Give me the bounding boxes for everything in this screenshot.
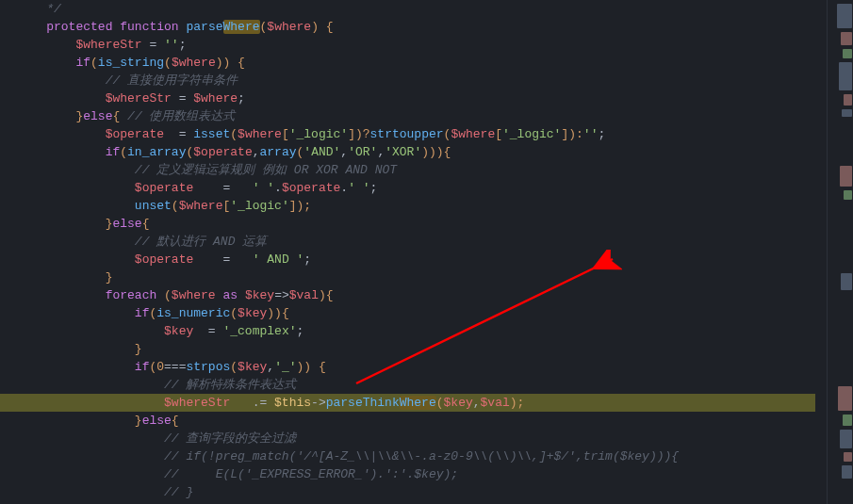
minimap-chunk xyxy=(840,166,852,187)
code-line[interactable]: }else{ xyxy=(17,412,815,430)
minimap-chunk xyxy=(839,62,852,90)
minimap-chunk xyxy=(837,4,852,28)
code-line[interactable]: foreach ($where as $key=>$val){ xyxy=(17,286,815,304)
code-line[interactable]: $whereStr .= $this->parseThinkWhere($key… xyxy=(0,394,815,412)
code-line[interactable]: if(is_string($where)) { xyxy=(17,54,815,72)
minimap-chunk xyxy=(842,465,852,479)
minimap-chunk xyxy=(838,386,852,411)
code-line[interactable]: $operate = ' AND '; xyxy=(17,251,815,268)
code-line[interactable]: if(0===strpos($key,'_')) { xyxy=(17,358,815,376)
minimap-chunk xyxy=(844,452,852,462)
code-line[interactable]: // E(L('_EXPRESS_ERROR_').':'.$key); xyxy=(17,465,815,483)
minimap-chunk xyxy=(841,273,852,290)
code-line[interactable]: // } xyxy=(17,483,815,501)
code-line[interactable]: } xyxy=(17,268,815,286)
code-line[interactable]: */ xyxy=(17,0,815,18)
code-editor[interactable]: */ protected function parseWhere($where)… xyxy=(0,0,815,504)
code-line[interactable]: // if(!preg_match('/^[A-Z_\\|\\&\\-.a-z0… xyxy=(17,447,815,465)
minimap-chunk xyxy=(841,32,852,45)
code-line[interactable]: $whereStr = $where; xyxy=(17,89,815,107)
code-line[interactable]: if(in_array($operate,array('AND','OR','X… xyxy=(17,143,815,161)
code-line[interactable]: // 直接使用字符串条件 xyxy=(17,72,815,89)
minimap[interactable] xyxy=(827,0,853,504)
code-line[interactable]: $whereStr = ''; xyxy=(17,36,815,54)
minimap-chunk xyxy=(844,94,852,106)
minimap-chunk xyxy=(840,430,852,448)
minimap-chunk xyxy=(843,415,852,426)
minimap-chunk xyxy=(843,49,852,58)
code-line[interactable]: // 查询字段的安全过滤 xyxy=(17,430,815,447)
code-line[interactable]: unset($where['_logic']); xyxy=(17,197,815,215)
code-line[interactable]: $key = '_complex'; xyxy=(17,322,815,340)
code-line[interactable]: // 定义逻辑运算规则 例如 OR XOR AND NOT xyxy=(17,161,815,179)
code-line[interactable]: // 解析特殊条件表达式 xyxy=(17,376,815,394)
minimap-chunk xyxy=(844,190,852,200)
code-line[interactable]: protected function parseWhere($where) { xyxy=(17,18,815,36)
code-line[interactable]: $operate = isset($where['_logic'])?strto… xyxy=(17,125,815,143)
minimap-chunk xyxy=(842,109,852,117)
code-line[interactable]: } xyxy=(17,340,815,358)
code-line[interactable]: }else{ xyxy=(17,215,815,233)
code-line[interactable]: }else{ // 使用数组表达式 xyxy=(17,107,815,125)
code-line[interactable]: if(is_numeric($key)){ xyxy=(17,304,815,322)
code-line[interactable]: $operate = ' '.$operate.' '; xyxy=(17,179,815,197)
code-line[interactable]: // 默认进行 AND 运算 xyxy=(17,233,815,251)
